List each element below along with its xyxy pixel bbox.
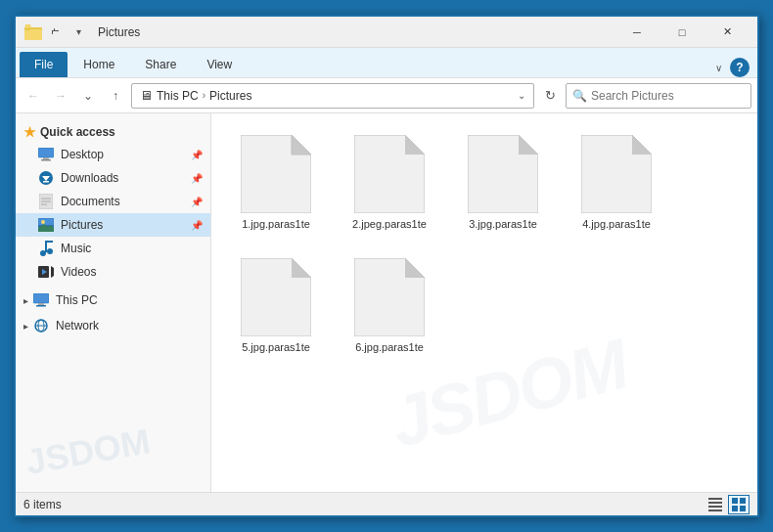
documents-label: Documents bbox=[61, 195, 120, 208]
address-bar: ← → ⌄ ↑ 🖥 This PC › Pictures ⌄ ↻ 🔍 bbox=[16, 78, 757, 113]
downloads-icon bbox=[37, 169, 55, 187]
file-icon-4 bbox=[581, 135, 652, 213]
documents-pin-icon: 📌 bbox=[191, 197, 203, 207]
svg-marker-46 bbox=[405, 258, 425, 278]
item-count: 6 items bbox=[23, 498, 62, 511]
sidebar-watermark: JSDOM bbox=[23, 421, 153, 483]
forward-button[interactable]: → bbox=[49, 84, 72, 108]
sidebar-item-videos[interactable]: Videos bbox=[16, 260, 210, 284]
ribbon-collapse-button[interactable]: ∨ bbox=[711, 61, 726, 75]
svg-rect-4 bbox=[52, 30, 59, 31]
tab-view[interactable]: View bbox=[192, 52, 247, 77]
svg-rect-47 bbox=[708, 498, 722, 500]
svg-rect-12 bbox=[43, 181, 49, 183]
path-dropdown-button[interactable]: ⌄ bbox=[518, 90, 525, 101]
svg-rect-48 bbox=[708, 502, 722, 504]
path-separator-1: › bbox=[203, 90, 205, 101]
main-content: ★ Quick access Desktop 📌 bbox=[16, 113, 757, 492]
sidebar-item-downloads[interactable]: Downloads 📌 bbox=[16, 166, 210, 190]
pictures-pin-icon: 📌 bbox=[191, 220, 203, 231]
svg-rect-51 bbox=[732, 498, 738, 504]
desktop-pin-icon: 📌 bbox=[191, 150, 203, 160]
refresh-button[interactable]: ↻ bbox=[538, 84, 562, 108]
svg-rect-29 bbox=[38, 303, 44, 305]
sidebar: ★ Quick access Desktop 📌 bbox=[16, 113, 211, 492]
network-label: Network bbox=[56, 319, 99, 332]
minimize-button[interactable]: ─ bbox=[614, 17, 659, 48]
svg-rect-5 bbox=[52, 30, 53, 34]
svg-rect-24 bbox=[45, 241, 53, 243]
svg-marker-44 bbox=[292, 258, 311, 278]
address-path[interactable]: 🖥 This PC › Pictures ⌄ bbox=[131, 83, 534, 109]
file-icon-5 bbox=[241, 258, 311, 336]
this-pc-label: This PC bbox=[56, 293, 98, 307]
file-name-2: 2.jpeg.paras1te bbox=[352, 217, 427, 231]
tab-home[interactable]: Home bbox=[68, 52, 129, 77]
svg-rect-3 bbox=[25, 24, 30, 28]
file-item-4[interactable]: 4.jpg.paras1te bbox=[568, 129, 665, 237]
svg-rect-49 bbox=[708, 506, 722, 508]
maximize-button[interactable]: □ bbox=[659, 17, 705, 48]
file-name-5: 5.jpg.paras1te bbox=[242, 340, 310, 354]
downloads-pin-icon: 📌 bbox=[191, 173, 203, 184]
svg-rect-6 bbox=[54, 28, 55, 31]
search-icon: 🔍 bbox=[572, 89, 587, 103]
title-bar: ▾ Pictures ─ □ ✕ bbox=[16, 17, 757, 48]
svg-rect-1 bbox=[24, 29, 42, 40]
ribbon-tab-bar: File Home Share View ∨ ? bbox=[16, 48, 757, 77]
svg-rect-9 bbox=[41, 159, 51, 161]
up-button[interactable]: ↑ bbox=[104, 84, 127, 108]
svg-point-22 bbox=[47, 248, 53, 254]
search-box[interactable]: 🔍 bbox=[566, 83, 751, 109]
sidebar-item-music[interactable]: Music bbox=[16, 237, 210, 260]
view-toggle bbox=[705, 495, 750, 514]
sidebar-item-documents[interactable]: Documents 📌 bbox=[16, 190, 210, 213]
path-pictures[interactable]: Pictures bbox=[209, 89, 251, 103]
dropdown-recent-button[interactable]: ⌄ bbox=[76, 84, 100, 108]
svg-marker-38 bbox=[405, 135, 425, 155]
back-button[interactable]: ← bbox=[22, 84, 45, 108]
this-pc-header[interactable]: ▸ This PC bbox=[16, 288, 210, 313]
explorer-window: ▾ Pictures ─ □ ✕ File Home Share View ∨ … bbox=[14, 15, 759, 517]
file-icon-2 bbox=[354, 135, 425, 213]
svg-rect-54 bbox=[740, 506, 746, 511]
svg-rect-7 bbox=[38, 148, 54, 157]
qat-dropdown[interactable]: ▾ bbox=[68, 22, 88, 42]
help-button[interactable]: ? bbox=[730, 58, 750, 77]
qat-undo[interactable] bbox=[47, 22, 67, 42]
svg-marker-26 bbox=[51, 266, 54, 278]
search-input[interactable] bbox=[591, 89, 745, 103]
downloads-label: Downloads bbox=[61, 171, 118, 185]
svg-rect-52 bbox=[740, 498, 746, 504]
path-this-pc[interactable]: This PC bbox=[157, 89, 199, 103]
file-item-2[interactable]: 2.jpeg.paras1te bbox=[341, 129, 438, 237]
close-button[interactable]: ✕ bbox=[705, 17, 750, 48]
file-item-1[interactable]: 1.jpg.paras1te bbox=[227, 129, 325, 237]
quick-access-header[interactable]: ★ Quick access bbox=[16, 121, 210, 143]
large-icons-view-button[interactable] bbox=[728, 495, 750, 514]
ribbon: File Home Share View ∨ ? bbox=[16, 48, 757, 78]
file-name-1: 1.jpg.paras1te bbox=[242, 217, 310, 231]
window-title: Pictures bbox=[98, 25, 140, 39]
network-header[interactable]: ▸ Network bbox=[16, 313, 210, 338]
star-icon: ★ bbox=[23, 124, 36, 140]
pictures-label: Pictures bbox=[61, 218, 103, 232]
file-item-6[interactable]: 6.jpg.paras1te bbox=[341, 252, 438, 360]
file-icon-1 bbox=[241, 135, 311, 213]
sidebar-item-desktop[interactable]: Desktop 📌 bbox=[16, 143, 210, 166]
file-item-3[interactable]: 3.jpg.paras1te bbox=[454, 129, 552, 237]
tab-file[interactable]: File bbox=[20, 52, 68, 77]
file-item-5[interactable]: 5.jpg.paras1te bbox=[227, 252, 325, 360]
videos-label: Videos bbox=[61, 265, 96, 279]
network-expand-icon: ▸ bbox=[23, 321, 28, 332]
file-icon-6 bbox=[354, 258, 425, 336]
file-name-3: 3.jpg.paras1te bbox=[469, 217, 537, 231]
music-icon bbox=[37, 240, 55, 257]
svg-point-19 bbox=[41, 220, 45, 224]
tab-share[interactable]: Share bbox=[130, 52, 191, 77]
sidebar-item-pictures[interactable]: Pictures 📌 bbox=[16, 213, 210, 237]
this-pc-expand-icon: ▸ bbox=[23, 295, 28, 306]
videos-icon bbox=[37, 263, 55, 281]
details-view-button[interactable] bbox=[705, 495, 726, 514]
file-name-6: 6.jpg.paras1te bbox=[355, 340, 424, 354]
